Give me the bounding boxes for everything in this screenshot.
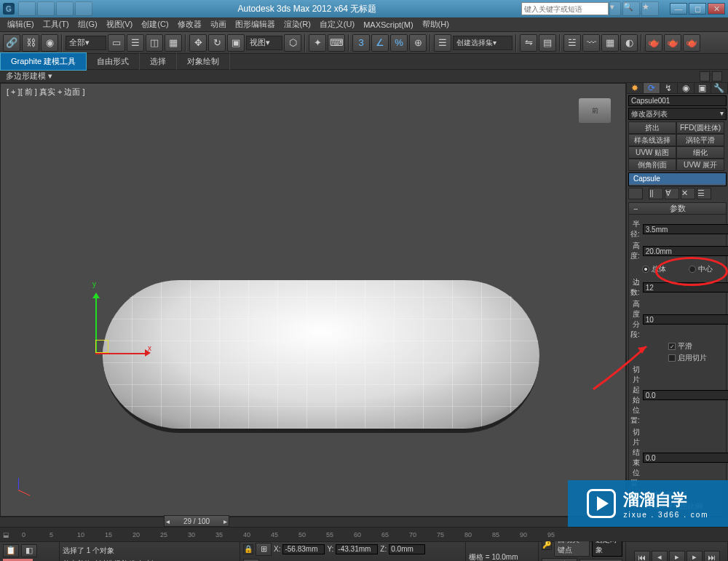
menu-grapheditors[interactable]: 图形编辑器 <box>231 17 280 31</box>
menu-maxscript[interactable]: MAXScript(M) <box>359 19 417 31</box>
mod-button-unwrap[interactable]: UVW 展开 <box>676 159 724 171</box>
keyfilter-button[interactable]: 关键点过滤器... <box>579 559 622 562</box>
close-button[interactable]: ✕ <box>708 3 725 15</box>
display-tab-icon[interactable]: ▣ <box>695 83 711 93</box>
manipulate-icon[interactable]: ✦ <box>309 34 326 52</box>
timetag-icon[interactable]: ⊕ <box>243 559 259 562</box>
mod-button-extrude[interactable]: 挤出 <box>628 122 676 134</box>
render-setup-icon[interactable]: 🫖 <box>645 34 662 52</box>
script-listener-icon[interactable]: 📋 <box>3 544 19 557</box>
curve-editor-icon[interactable]: 〰 <box>582 34 600 52</box>
menu-modifiers[interactable]: 修改器 <box>173 17 206 31</box>
script-icon[interactable]: ◧ <box>21 544 37 557</box>
modifier-list-dropdown[interactable]: 修改器列表▾ <box>628 108 727 120</box>
pin-stack-icon[interactable] <box>628 188 643 199</box>
ribbon-tab-freeform[interactable]: 自由形式 <box>87 53 140 70</box>
menu-tools[interactable]: 工具(T) <box>39 17 74 31</box>
overall-radio[interactable] <box>642 266 649 273</box>
viewcube[interactable]: 前 <box>579 98 611 123</box>
favorite-icon[interactable]: ★ <box>641 1 659 16</box>
next-frame-icon[interactable]: ▸ <box>687 551 703 562</box>
render-icon[interactable]: 🫖 <box>683 34 700 52</box>
timeline-ruler[interactable]: ⬓ 0 5 10 15 20 25 30 35 40 45 50 55 60 6… <box>0 527 728 541</box>
modifier-stack[interactable]: Capsule <box>628 172 727 186</box>
menu-group[interactable]: 组(G) <box>74 17 102 31</box>
render-frame-icon[interactable]: 🫖 <box>664 34 681 52</box>
qat-button[interactable] <box>56 1 74 16</box>
menu-edit[interactable]: 编辑(E) <box>3 17 39 31</box>
transform-mode-icon[interactable]: ⊞ <box>256 543 272 556</box>
smooth-checkbox[interactable]: ✓ <box>668 343 676 350</box>
ribbon-tab-selection[interactable]: 选择 <box>140 53 177 70</box>
setkey-button[interactable]: 设置关键点 <box>542 558 577 562</box>
ribbon-tab-graphite[interactable]: Graphite 建模工具 <box>0 52 87 71</box>
menu-animation[interactable]: 动画 <box>206 17 231 31</box>
menu-views[interactable]: 视图(V) <box>102 17 138 31</box>
x-input[interactable] <box>282 544 325 554</box>
layers-icon[interactable]: ☱ <box>563 34 581 52</box>
search-icon[interactable]: 🔍 <box>622 1 640 16</box>
modify-tab-icon[interactable]: ⟳ <box>644 83 660 93</box>
help-search-input[interactable] <box>521 2 609 15</box>
select-name-icon[interactable]: ☰ <box>127 34 144 52</box>
mod-button-ffd[interactable]: FFD(圆柱体) <box>676 122 724 134</box>
y-input[interactable] <box>336 544 378 554</box>
named-selset-dropdown[interactable]: 创建选择集 ▾ <box>453 36 513 50</box>
schematic-icon[interactable]: ▦ <box>601 34 619 52</box>
capsule-object[interactable] <box>103 280 539 433</box>
minimize-button[interactable]: — <box>670 3 687 15</box>
qat-button[interactable] <box>37 1 55 16</box>
remove-mod-icon[interactable]: ✕ <box>681 188 695 199</box>
utilities-tab-icon[interactable]: 🔧 <box>711 83 728 93</box>
qat-button[interactable] <box>75 1 92 16</box>
mod-button-tessellate[interactable]: 细化 <box>676 146 724 159</box>
menu-rendering[interactable]: 渲染(R) <box>280 17 315 31</box>
keyboard-shortcut-icon[interactable]: ⌨ <box>328 34 345 52</box>
ribbon-tab-paint[interactable]: 对象绘制 <box>177 53 230 70</box>
mod-button-uvwmap[interactable]: UVW 贴图 <box>628 146 676 159</box>
z-input[interactable] <box>389 544 425 554</box>
motion-tab-icon[interactable]: ◉ <box>678 83 695 93</box>
qat-button[interactable] <box>18 1 36 16</box>
play-icon[interactable]: ▸ <box>669 551 685 562</box>
material-editor-icon[interactable]: ◐ <box>620 34 638 52</box>
maximize-button[interactable]: ◻ <box>689 3 706 15</box>
rollout-parameters[interactable]: − 参数 <box>628 202 727 215</box>
time-slider[interactable]: ◂29 / 100▸ <box>164 515 229 527</box>
goto-start-icon[interactable]: ⏮ <box>634 551 650 562</box>
track-badge[interactable]: 所在行: <box>3 559 33 562</box>
hierarchy-tab-icon[interactable]: ↯ <box>660 83 677 93</box>
show-end-icon[interactable]: || <box>649 188 663 199</box>
selection-filter-dropdown[interactable]: 全部 ▾ <box>66 36 106 50</box>
stack-item-capsule[interactable]: Capsule <box>629 173 726 184</box>
mod-button-bevelprofile[interactable]: 倒角剖面 <box>628 159 676 171</box>
sliceto-input[interactable] <box>643 453 728 463</box>
window-crossing-icon[interactable]: ▦ <box>165 34 182 52</box>
viewport-label[interactable]: [ + ][ 前 ] 真实 + 边面 ] <box>7 87 85 98</box>
select-region-icon[interactable]: ◫ <box>146 34 163 52</box>
ribbon-expand-icon[interactable] <box>712 71 722 81</box>
spinner-snap-icon[interactable]: ⊕ <box>409 34 427 52</box>
menu-create[interactable]: 创建(C) <box>137 17 173 31</box>
viewport[interactable]: [ + ][ 前 ] 真实 + 边面 ] 前 y x <box>0 83 626 517</box>
sliceon-checkbox[interactable] <box>668 354 676 362</box>
move-icon[interactable]: ✥ <box>189 34 207 52</box>
unlink-icon[interactable]: ⛓ <box>22 34 39 52</box>
make-unique-icon[interactable]: ∀ <box>665 188 679 199</box>
prev-frame-icon[interactable]: ◂ <box>652 551 668 562</box>
mod-button-turbosmooth[interactable]: 涡轮平滑 <box>676 134 724 146</box>
select-icon[interactable]: ▭ <box>108 34 125 52</box>
bind-icon[interactable]: ◉ <box>41 34 58 52</box>
angle-snap-icon[interactable]: ∠ <box>371 34 389 52</box>
rotate-icon[interactable]: ↻ <box>208 34 226 52</box>
menu-customize[interactable]: 自定义(U) <box>315 17 359 31</box>
percent-snap-icon[interactable]: % <box>390 34 408 52</box>
heightsegs-input[interactable] <box>643 314 728 325</box>
slicefrom-input[interactable] <box>643 390 728 400</box>
radius-input[interactable] <box>643 224 728 234</box>
snap-toggle-icon[interactable]: 3 <box>352 34 370 52</box>
center-radio[interactable] <box>689 266 696 273</box>
scale-icon[interactable]: ▣ <box>227 34 245 52</box>
edit-selset-icon[interactable]: ☰ <box>434 34 451 52</box>
help-dropdown-button[interactable]: ▾ <box>609 1 621 16</box>
